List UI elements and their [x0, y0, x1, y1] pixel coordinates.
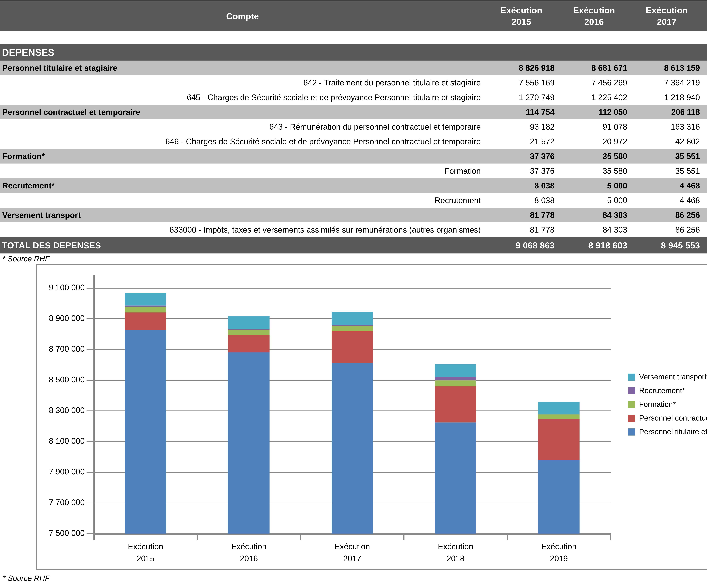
bar-segment: [538, 414, 580, 419]
table-row: Personnel titulaire et stagiaire 8 826 9…: [0, 61, 707, 75]
bar-segment: [538, 402, 580, 414]
row-value-2016: 7 456 269: [558, 78, 630, 87]
y-axis-tick-label: 7 500 000: [49, 528, 85, 537]
column-header-line2: 2015: [512, 16, 531, 28]
section-label: DEPENSES: [2, 47, 54, 58]
row-label: Versement transport: [0, 210, 485, 220]
x-axis-tick-label: Exécution: [335, 542, 370, 551]
row-value-2015: 37 376: [485, 166, 558, 175]
bar-segment: [125, 307, 166, 313]
stacked-bar-chart: 7 500 0007 700 0007 900 0008 100 0008 30…: [36, 264, 707, 570]
column-header-line2: 2017: [657, 16, 676, 28]
row-label: Recrutement*: [0, 181, 485, 190]
row-value-2018: 185 626: [703, 122, 707, 131]
row-value-2018: 235 439: [703, 107, 707, 117]
row-value-2017: 7 394 219: [630, 78, 703, 87]
table-row: 646 - Charges de Sécurité sociale et de …: [0, 134, 707, 149]
x-axis-tick-label: Exécution: [128, 542, 163, 551]
bar-segment: [435, 380, 476, 386]
x-axis-tick-label: Exécution: [231, 542, 267, 551]
row-value-2016: 84 303: [558, 210, 630, 220]
row-value-2018: 8 224 756: [703, 63, 707, 72]
y-axis-tick-label: 8 900 000: [49, 314, 85, 323]
legend-swatch: [628, 428, 635, 435]
row-value-2015: 114 754: [485, 107, 558, 117]
column-header-2017: Exécution 2017: [630, 1, 703, 31]
column-header-line1: Exécution: [646, 5, 687, 16]
row-value-2018: 83 366: [703, 225, 707, 234]
total-value-2017: 8 945 553: [630, 240, 703, 250]
row-value-2017: 4 468: [630, 181, 703, 190]
legend-label: Personnel contractuel et temporaire: [639, 414, 707, 422]
row-value-2017: 42 802: [630, 137, 703, 146]
y-axis-tick-label: 7 700 000: [49, 498, 85, 507]
row-label: Formation: [0, 166, 485, 175]
x-axis-tick-label: 2019: [550, 554, 568, 563]
bar-segment: [125, 330, 166, 534]
x-axis-tick-label: 2015: [137, 554, 155, 563]
legend-label: Formation*: [639, 400, 676, 409]
y-axis-tick-label: 8 100 000: [49, 436, 85, 446]
row-label: 642 - Traitement du personnel titulaire …: [0, 78, 485, 87]
row-value-2016: 35 580: [558, 166, 630, 175]
bar-segment: [228, 335, 270, 352]
y-axis-tick-label: 8 500 000: [49, 375, 85, 384]
table-row: 643 - Rémunération du personnel contract…: [0, 119, 707, 134]
x-axis-tick-label: Exécution: [541, 542, 576, 551]
row-value-2018: 38 810: [703, 166, 707, 175]
section-row-depenses: DEPENSES: [0, 44, 707, 61]
table-row: Versement transport 81 778 84 303 86 256…: [0, 208, 707, 222]
bar-segment: [228, 316, 270, 329]
table-row: Personnel contractuel et temporaire 114 …: [0, 105, 707, 119]
row-value-2015: 8 038: [485, 181, 558, 190]
column-header-2016: Exécution 2016: [558, 1, 630, 31]
bar-segment: [332, 331, 373, 363]
column-header-line1: Exécution: [573, 5, 615, 16]
row-value-2015: 93 182: [485, 122, 558, 131]
column-header-2015: Exécution 2015: [485, 1, 558, 31]
row-value-2016: 8 681 671: [558, 63, 630, 72]
x-axis-tick-label: 2016: [240, 554, 258, 563]
row-value-2017: 8 613 159: [630, 63, 703, 72]
row-value-2017: 86 256: [630, 225, 703, 234]
source-note-top: * Source RHF: [3, 254, 49, 263]
bar-segment: [435, 386, 476, 422]
row-value-2015: 21 572: [485, 137, 558, 146]
total-label: TOTAL DES DEPENSES: [0, 240, 485, 250]
table-row: Formation* 37 376 35 580 35 551 38 810 3…: [0, 149, 707, 164]
row-label: 633000 - Impôts, taxes et versements ass…: [0, 225, 485, 234]
bar-segment: [538, 419, 580, 460]
row-label: 643 - Rémunération du personnel contract…: [0, 122, 485, 131]
legend-swatch: [628, 387, 635, 394]
bar-segment: [538, 460, 580, 534]
row-value-2015: 37 376: [485, 152, 558, 161]
row-value-2017: 86 256: [630, 210, 703, 220]
x-axis-tick-label: 2018: [446, 554, 465, 563]
bar-segment: [125, 293, 166, 305]
legend-swatch: [628, 415, 635, 422]
x-axis-tick-label: Exécution: [438, 542, 473, 551]
bar-segment: [332, 312, 373, 325]
row-value-2015: 1 270 749: [485, 93, 558, 102]
row-value-2015: 81 778: [485, 225, 558, 234]
row-value-2018: 21 207: [703, 196, 707, 205]
table-row: 633000 - Impôts, taxes et versements ass…: [0, 222, 707, 237]
bar-segment: [332, 363, 373, 534]
row-value-2016: 112 050: [558, 107, 630, 117]
table-header-row: Compte Exécution 2015 Exécution 2016 Exé…: [0, 0, 707, 31]
row-value-2017: 1 218 940: [630, 93, 703, 102]
y-axis-tick-label: 8 300 000: [49, 406, 85, 415]
row-value-2017: 35 551: [630, 152, 703, 161]
legend-label: Personnel titulaire et stagiaire: [639, 427, 707, 436]
source-note-bottom: * Source RHF: [3, 574, 49, 583]
row-value-2018: 38 810: [703, 152, 707, 161]
bar-segment: [125, 305, 166, 307]
row-value-2016: 91 078: [558, 122, 630, 131]
row-value-2017: 35 551: [630, 166, 703, 175]
row-value-2015: 7 556 169: [485, 78, 558, 87]
total-value-2016: 8 918 603: [558, 240, 630, 250]
row-value-2018: 7 068 790: [703, 78, 707, 87]
column-header-line1: Exécution: [500, 5, 542, 16]
legend-swatch: [628, 373, 635, 381]
row-value-2017: 163 316: [630, 122, 703, 131]
